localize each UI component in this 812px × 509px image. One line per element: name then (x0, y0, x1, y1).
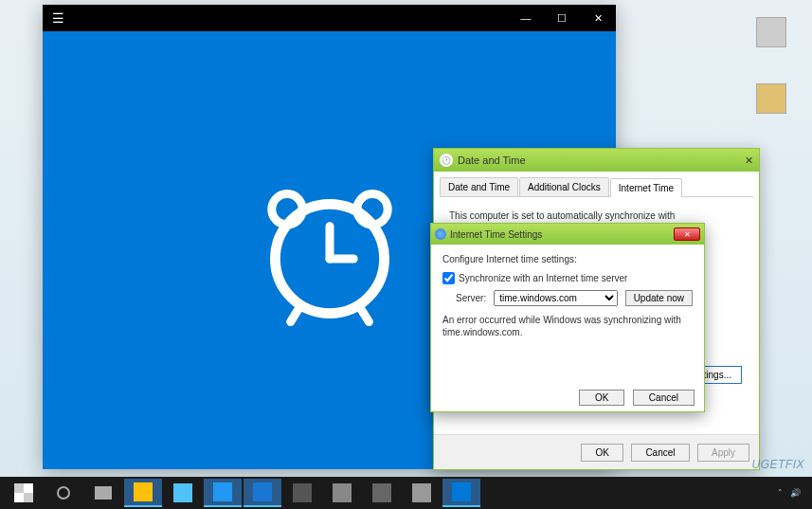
server-label: Server: (456, 293, 486, 303)
svg-line-5 (290, 308, 298, 321)
taskbar-app-2[interactable] (164, 479, 202, 507)
tray-chevron-icon[interactable]: ˄ (778, 488, 783, 498)
its-ok-button[interactable]: OK (579, 390, 624, 406)
its-titlebar[interactable]: Internet Time Settings ✕ (431, 224, 704, 245)
desktop-icon-2[interactable] (748, 83, 795, 116)
its-body: Configure Internet time settings: Synchr… (431, 245, 704, 348)
taskbar-taskview[interactable] (84, 479, 122, 507)
svg-line-6 (360, 308, 369, 321)
alarm-titlebar[interactable]: ☰ — ☐ ✕ (43, 5, 616, 31)
tray-volume-icon[interactable]: 🔊 (790, 488, 801, 498)
its-title: Internet Time Settings (450, 229, 542, 240)
server-row: Server: time.windows.com Update now (456, 290, 693, 306)
watermark: UGETFIX (751, 458, 804, 471)
sync-checkbox-row: Synchronize with an Internet time server (442, 272, 693, 284)
cancel-button[interactable]: Cancel (631, 444, 689, 462)
taskbar: ˄ 🔊 (0, 477, 812, 509)
window-controls: — ☐ ✕ (508, 5, 616, 31)
its-close-button[interactable]: ✕ (674, 227, 700, 241)
close-button[interactable]: ✕ (580, 5, 616, 31)
its-footer: OK Cancel (431, 382, 704, 411)
date-time-title: Date and Time (458, 155, 526, 166)
its-cancel-button[interactable]: Cancel (633, 390, 695, 406)
tab-date-time[interactable]: Date and Time (440, 177, 518, 196)
minimize-button[interactable]: — (508, 5, 544, 31)
date-time-footer: OK Cancel Apply (434, 434, 759, 469)
update-now-button[interactable]: Update now (625, 290, 693, 306)
date-time-titlebar[interactable]: 🕐 Date and Time ✕ (434, 149, 759, 172)
tab-internet-time[interactable]: Internet Time (610, 178, 682, 197)
taskbar-app-8[interactable] (403, 479, 441, 507)
start-button[interactable] (5, 479, 43, 507)
maximize-button[interactable]: ☐ (544, 5, 580, 31)
sync-checkbox[interactable] (442, 272, 455, 284)
system-tray[interactable]: ˄ 🔊 (778, 488, 808, 498)
date-time-close-button[interactable]: ✕ (745, 155, 753, 167)
sync-checkbox-label[interactable]: Synchronize with an Internet time server (459, 273, 627, 283)
clock-icon: 🕐 (440, 154, 453, 167)
sync-error-message: An error occurred while Windows was sync… (442, 314, 693, 338)
taskbar-app-3[interactable] (204, 479, 242, 507)
taskbar-app-7[interactable] (363, 479, 401, 507)
internet-time-settings-window: Internet Time Settings ✕ Configure Inter… (430, 223, 705, 412)
date-time-tabs: Date and Time Additional Clocks Internet… (440, 177, 753, 197)
its-subtitle: Configure Internet time settings: (442, 254, 693, 264)
hamburger-icon[interactable]: ☰ (52, 10, 64, 26)
server-select[interactable]: time.windows.com (494, 290, 617, 306)
alarm-clock-icon (244, 165, 415, 336)
ok-button[interactable]: OK (581, 444, 623, 462)
apply-button: Apply (697, 444, 749, 462)
globe-icon (435, 228, 446, 240)
tab-additional-clocks[interactable]: Additional Clocks (519, 177, 609, 196)
taskbar-app-1[interactable] (124, 479, 162, 507)
taskbar-alarm-app[interactable] (442, 479, 480, 507)
taskbar-app-4[interactable] (244, 479, 281, 507)
taskbar-app-6[interactable] (323, 479, 361, 507)
taskbar-app-5[interactable] (283, 479, 321, 507)
taskbar-search[interactable] (45, 479, 82, 507)
desktop-icon-1[interactable] (748, 17, 795, 49)
desktop: ☰ — ☐ ✕ 🕐 Date and Time ✕ (0, 0, 812, 509)
